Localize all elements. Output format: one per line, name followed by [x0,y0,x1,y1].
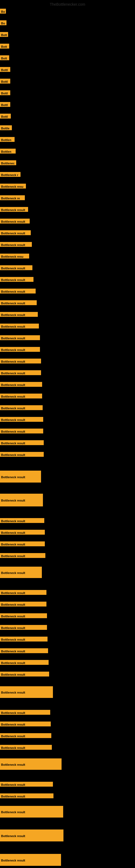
bottleneck-result-item: Bottlen [0,137,14,142]
bottleneck-result-item: Bottleneck result [0,518,44,523]
bottleneck-result-item: Bottl [0,114,11,119]
bottleneck-result-item: Bottleneck result [0,854,61,866]
bottleneck-result-item: Bottleneck result [0,721,51,726]
bottleneck-result-item: Bottleneck result [0,553,45,558]
bottleneck-result-item: Bottleneck result [0,794,53,798]
bottleneck-result-item: Bott [0,55,9,60]
bottleneck-result-item: Bottleneck resu [0,184,26,188]
bottleneck-result-item: Bottleneck result [0,300,37,305]
bottleneck-result-item: Bottl [0,67,10,72]
bottleneck-result-item: Bottleneck result [0,207,28,212]
bottleneck-result-item: Bottleneck result [0,230,31,235]
bottleneck-result-item: Bo [0,9,6,13]
bottleneck-result-item: Bottleneck result [0,830,63,841]
bottleneck-result-item: Bottleneck result [0,471,41,483]
bottleneck-result-item: Bottleneck result [0,289,36,293]
bottleneck-result-item: Bottlenec [0,160,16,165]
bottleneck-result-item: Bott [0,32,8,37]
bottleneck-result-item: Bottleneck result [0,405,43,410]
bottleneck-result-item: Bottleneck result [0,494,43,506]
bottleneck-result-item: Bottleneck result [0,660,49,665]
bottleneck-result-item: Bottleneck re [0,195,25,200]
bottleneck-result-item: Bottle [0,125,12,130]
bottleneck-result-item: Bottleneck result [0,758,61,770]
bottleneck-result-item: Bottleneck result [0,745,52,750]
bottleneck-result-item: Bottleneck result [0,648,48,653]
bottleneck-result-item: Bottleneck result [0,219,30,223]
bottleneck-result-item: Bo [0,20,6,25]
bottleneck-result-item: Bottleneck result [0,370,41,375]
bottleneck-result-item: Bottleneck result [0,637,48,642]
bottleneck-result-item: Bott [0,44,9,49]
bottleneck-result-item: Bottleneck result [0,277,34,282]
bottleneck-result-item: Bottleneck result [0,686,53,698]
bottleneck-result-item: Bottleneck result [0,541,45,546]
bottleneck-result-item: Bottleneck result [0,347,40,352]
bottleneck-result-item: Bottl [0,79,10,84]
bottleneck-result-item: Bottleneck result [0,242,32,247]
bottleneck-result-item: Bottl [0,102,10,107]
bottleneck-result-item: Bottleneck result [0,323,39,329]
bottleneck-result-item: Bottleneck result [0,590,46,595]
bottleneck-result-item: Bottleneck result [0,710,50,715]
bottleneck-result-item: Bottleneck result [0,613,47,618]
bottleneck-result-item: Bottleneck result [0,312,38,317]
bottleneck-result-item: Bottleneck r [0,172,20,177]
bottleneck-result-item: Bottleneck result [0,382,42,387]
bottleneck-result-item: Bottleneck result [0,265,32,270]
bottleneck-result-item: Bottlen [0,149,16,154]
bottleneck-result-item: Bottleneck result [0,601,46,607]
bottleneck-result-item: Bottleneck result [0,417,43,422]
bottleneck-result-item: Bottleneck result [0,429,43,433]
bottleneck-result-item: Bottleneck result [0,359,41,364]
bottleneck-result-item: Bottleneck result [0,625,47,630]
bottleneck-result-item: Bottleneck result [0,530,45,535]
bottleneck-result-item: Bottleneck result [0,567,42,578]
bottleneck-result-item: Bottl [0,90,10,95]
bottleneck-result-item: Bottleneck result [0,672,49,677]
bottleneck-result-item: Bottleneck result [0,440,44,445]
bottleneck-result-item: Bottleneck result [0,394,42,399]
bottleneck-result-item: Bottleneck result [0,335,40,340]
bottleneck-result-item: Bottleneck resu [0,254,29,258]
bottleneck-result-item: Bottleneck result [0,782,53,786]
bottleneck-result-item: Bottleneck result [0,452,44,457]
bottleneck-result-item: Bottleneck result [0,806,63,817]
site-title: TheBottlenecker.com [50,2,85,6]
bottleneck-result-item: Bottleneck result [0,733,51,738]
